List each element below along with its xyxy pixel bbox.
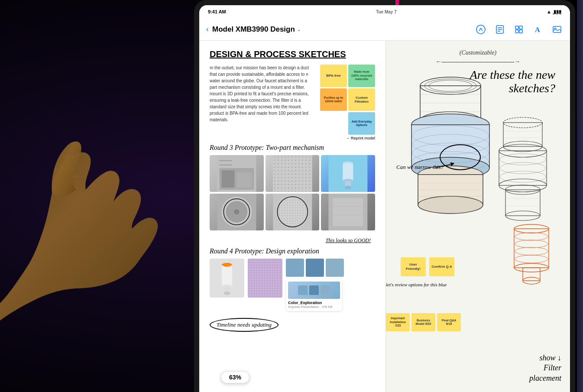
svg-rect-7 <box>515 30 518 33</box>
sticky-business-model: Business Model 9/20 <box>411 313 435 331</box>
right-sidebar-edge <box>577 0 583 392</box>
back-button[interactable]: ‹ <box>206 25 209 34</box>
sticky-custom-filtration: Custom Filtration <box>348 88 375 111</box>
reprint-label: → Reprint model <box>346 136 375 140</box>
sketch-panel: (Customizable) ←————————————→ Are these … <box>386 41 570 392</box>
show-filter-line2: Filter <box>544 363 561 372</box>
svg-point-70 <box>418 196 483 214</box>
svg-text:A: A <box>535 26 540 33</box>
svg-rect-98 <box>523 268 540 281</box>
nav-left: ‹ Model XMB3990 Design ⌄ <box>206 25 301 34</box>
image-blue-product <box>321 155 375 192</box>
sticky-confirm-qa: Confirm Q A <box>429 257 454 276</box>
image-tool-button[interactable] <box>551 23 563 36</box>
nav-title-container: Model XMB3990 Design ⌄ <box>212 25 301 34</box>
svg-point-83 <box>500 154 546 165</box>
svg-rect-5 <box>515 26 518 29</box>
round4-title: Round 4 Prototype: Design exploration <box>210 247 375 255</box>
sticky-installation: Important Installation 7/25 <box>386 313 410 331</box>
pen-tool-button[interactable] <box>475 23 487 36</box>
wifi-icon: ▲ <box>547 9 551 14</box>
file-name: Color_Exploration <box>288 301 340 305</box>
svg-point-31 <box>234 210 239 214</box>
svg-rect-6 <box>519 26 522 29</box>
svg-rect-16 <box>221 170 234 188</box>
round4-product-image <box>210 259 244 298</box>
svg-point-47 <box>223 292 230 295</box>
sketch-stickies: User Friendly! Confirm Q A <box>401 257 454 276</box>
svg-rect-44 <box>222 265 232 287</box>
filter-placement-annotation: show ↓ Filter placement <box>529 353 561 383</box>
image-mesh <box>266 155 320 192</box>
question-annotation: Are these the new sketches? <box>460 68 555 95</box>
customizable-arrow: ←————————————→ <box>396 58 560 65</box>
doc-view-button[interactable] <box>494 23 506 36</box>
timeline-annotation: Timeline needs updating <box>210 318 279 332</box>
nav-toolbar: A <box>475 23 563 36</box>
keynote-file-card[interactable]: Color_Exploration Keynote Presentation ·… <box>286 279 342 311</box>
round4-section: Round 4 Prototype: Design exploration <box>210 247 375 311</box>
review-blue-annotation: let's review options for this blue <box>386 281 447 288</box>
svg-text:▪▪▪▪▪▪▪▪▪▪▪▪: ▪▪▪▪▪▪▪▪▪▪▪▪ <box>219 159 232 162</box>
svg-rect-10 <box>553 26 561 32</box>
doc-section-title: DESIGN & PROCESS SKETCHES <box>210 49 375 59</box>
status-bar: 9:41 AM Tue May 7 ▲ ▮▮▮ <box>199 5 570 18</box>
svg-rect-87 <box>505 190 540 216</box>
text-tool-button[interactable]: A <box>532 23 544 36</box>
customizable-label: (Customizable) <box>396 49 560 56</box>
image-metal <box>210 194 264 230</box>
progress-indicator: 63% <box>221 371 249 383</box>
round3-image-grid: ▪▪▪▪▪▪▪▪▪▪▪▪ ▪▪▪▪▪▪▪▪▪▪▪▪ <box>210 155 375 230</box>
product-sketch-area: Are these the new sketches? <box>396 68 560 311</box>
svg-rect-8 <box>519 30 522 33</box>
navigation-bar: ‹ Model XMB3990 Design ⌄ <box>199 18 570 41</box>
orange-sketch <box>503 220 560 289</box>
status-time: 9:41 AM <box>208 9 226 14</box>
svg-point-97 <box>515 255 548 263</box>
round4-mesh-image <box>248 259 282 298</box>
round3-section: Round 3 Prototype: Two-part mechanism ▪▪… <box>210 144 375 244</box>
document-title: Model XMB3990 Design <box>212 25 295 34</box>
ipad-device: 9:41 AM Tue May 7 ▲ ▮▮▮ ‹ Model XMB3990 … <box>194 0 575 392</box>
sticky-bpa-free: BPA-free <box>320 65 347 87</box>
small-product-sketch <box>488 112 557 233</box>
svg-point-96 <box>515 247 548 255</box>
three-dots-menu[interactable] <box>553 13 561 15</box>
svg-line-74 <box>435 164 453 168</box>
color-exploration-area: Color_Exploration Keynote Presentation ·… <box>286 259 375 311</box>
color-swatch-3 <box>326 259 344 277</box>
important-stickies: Important Installation 7/25 Business Mod… <box>386 313 461 331</box>
image-concrete: ▪▪▪▪▪▪▪▪▪▪▪▪ ▪▪▪▪▪▪▪▪▪▪▪▪ <box>210 155 264 192</box>
file-type: Keynote Presentation · 476 KB <box>288 305 340 309</box>
ipad-screen: 9:41 AM Tue May 7 ▲ ▮▮▮ ‹ Model XMB3990 … <box>199 5 570 392</box>
image-surface <box>321 194 375 230</box>
sticky-add-options: Add Everyday Options <box>348 112 375 135</box>
progress-value: 63% <box>229 374 241 381</box>
good-annotation: This looks so GOOD! <box>210 237 375 244</box>
svg-point-0 <box>476 25 485 34</box>
svg-rect-39 <box>333 198 363 226</box>
sticky-final-qa: Final Q&A 8/18 <box>437 313 461 331</box>
sticky-materials: Made from 100% recycled materials <box>348 65 375 87</box>
color-swatch-1 <box>286 259 304 277</box>
svg-rect-17 <box>236 172 252 188</box>
svg-point-84 <box>500 162 546 174</box>
doc-intro-text: m the outset, our mission has been to de… <box>210 65 314 123</box>
show-filter-line1: show ↓ <box>539 353 561 362</box>
title-chevron-icon[interactable]: ⌄ <box>297 26 301 32</box>
document-panel: DESIGN & PROCESS SKETCHES m the outset, … <box>199 41 385 392</box>
svg-text:▪▪▪▪▪▪▪▪▪▪▪▪: ▪▪▪▪▪▪▪▪▪▪▪▪ <box>219 163 232 166</box>
sticky-purifies: Purifies up to 120ml water <box>320 88 347 111</box>
stack-view-button[interactable] <box>513 23 525 36</box>
svg-rect-24 <box>343 164 353 181</box>
svg-rect-21 <box>273 155 312 192</box>
svg-point-27 <box>345 186 352 189</box>
sticky-user-friendly: User Friendly! <box>401 257 426 276</box>
svg-point-48 <box>223 263 231 267</box>
content-area: DESIGN & PROCESS SKETCHES m the outset, … <box>199 41 570 392</box>
svg-rect-81 <box>499 151 547 185</box>
svg-point-94 <box>515 233 548 240</box>
svg-point-95 <box>515 240 548 248</box>
panel-divider <box>385 41 386 392</box>
svg-rect-52 <box>248 259 282 298</box>
